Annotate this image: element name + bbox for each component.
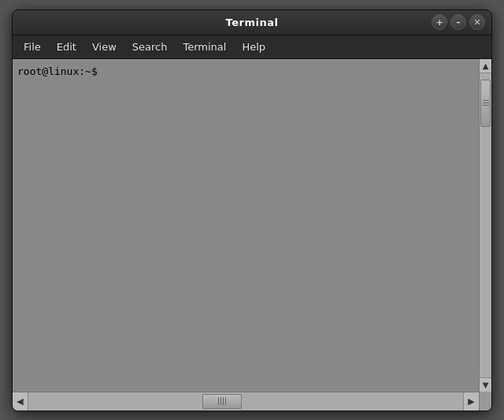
bottom-bar: ◀ ▶ [13,392,491,411]
thumb-grip [483,100,489,106]
right-scrollbar-track[interactable] [480,73,491,377]
grip-line-1 [483,100,489,101]
window-title: Terminal [226,17,279,28]
close-button[interactable]: ✕ [469,14,485,30]
window-controls: + – ✕ [432,14,485,30]
right-arrow-icon: ▶ [468,396,474,407]
right-scrollbar-thumb[interactable] [480,80,491,127]
grip-line-3 [483,105,489,106]
left-arrow-icon: ◀ [17,396,23,407]
menu-help[interactable]: Help [234,38,273,56]
menu-search[interactable]: Search [124,38,176,56]
terminal-body: root@linux:~$ ▲ ▼ [13,59,491,392]
grip-line-2 [483,102,489,103]
right-scrollbar: ▲ ▼ [479,59,491,392]
hgrip-2 [220,397,221,405]
add-button[interactable]: + [432,14,447,30]
up-arrow-icon: ▲ [483,61,489,70]
minimize-button[interactable]: – [450,14,466,30]
menu-bar: File Edit View Search Terminal Help [13,35,491,59]
terminal-window: Terminal + – ✕ File Edit View Search Ter… [12,9,492,411]
down-arrow-icon: ▼ [483,381,489,389]
hgrip-3 [223,397,224,405]
scroll-up-button[interactable]: ▲ [480,59,492,73]
menu-view[interactable]: View [84,38,124,56]
title-bar: Terminal + – ✕ [13,10,491,35]
menu-terminal[interactable]: Terminal [175,38,234,56]
menu-edit[interactable]: Edit [49,38,84,56]
bottom-scrollbar-thumb[interactable] [202,394,242,409]
terminal-prompt: root@linux:~$ [17,65,98,77]
terminal-content[interactable]: root@linux:~$ [13,59,479,392]
scroll-down-button[interactable]: ▼ [480,377,492,392]
hgrip-1 [218,397,219,405]
scrollbar-corner [479,392,491,411]
scroll-left-button[interactable]: ◀ [13,392,28,411]
scroll-right-button[interactable]: ▶ [463,392,479,411]
hgrip-4 [225,397,226,405]
bottom-scrollbar-track[interactable] [28,392,463,411]
menu-file[interactable]: File [16,38,49,56]
